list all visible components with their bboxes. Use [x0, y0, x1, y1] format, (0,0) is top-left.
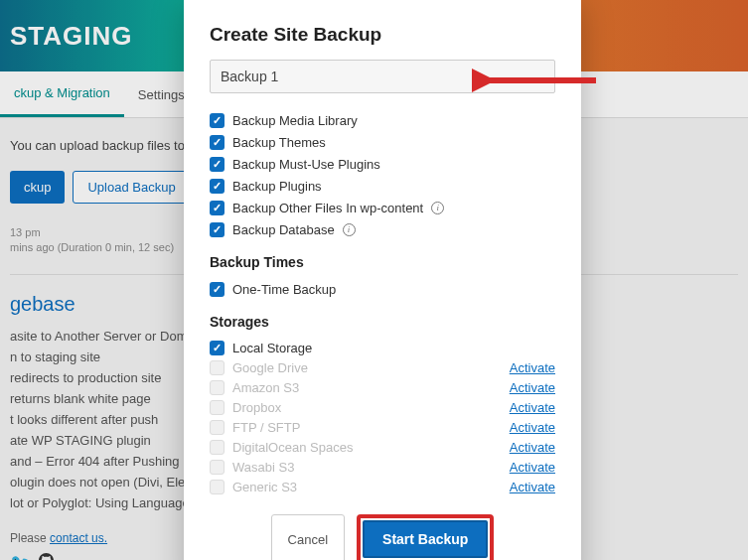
option-label: Backup Other Files In wp-content — [232, 201, 423, 215]
onetime-row[interactable]: One-Time Backup — [210, 278, 555, 300]
checkbox-icon — [210, 480, 224, 494]
checkbox-icon — [210, 440, 224, 455]
activate-link[interactable]: Activate — [510, 440, 555, 455]
storages-heading: Storages — [210, 314, 555, 330]
storage-row: Amazon S3Activate — [210, 377, 555, 397]
backup-options: Backup Media LibraryBackup ThemesBackup … — [210, 109, 555, 240]
option-label: Backup Must-Use Plugins — [232, 157, 380, 172]
option-label: Backup Media Library — [232, 113, 358, 128]
option-label: Backup Themes — [232, 135, 326, 150]
checkbox-icon[interactable] — [210, 179, 224, 194]
storage-label: Generic S3 — [232, 480, 362, 494]
storage-label: Wasabi S3 — [232, 460, 362, 475]
checkbox-icon — [210, 380, 224, 395]
checkbox-icon[interactable] — [210, 282, 224, 297]
storage-row: DropboxActivate — [210, 397, 555, 417]
info-icon[interactable]: i — [343, 223, 356, 236]
checkbox-icon[interactable] — [210, 113, 224, 128]
checkbox-icon — [210, 400, 224, 415]
checkbox-icon — [210, 420, 224, 435]
storage-label: Amazon S3 — [232, 380, 362, 395]
backup-name-input[interactable] — [210, 60, 555, 93]
checkbox-icon[interactable] — [210, 135, 224, 150]
onetime-label: One-Time Backup — [232, 282, 336, 297]
info-icon[interactable]: i — [431, 202, 444, 214]
create-backup-modal: Create Site Backup Backup Media LibraryB… — [184, 0, 581, 560]
backup-option-row[interactable]: Backup Other Files In wp-contenti — [210, 197, 555, 218]
storage-label: FTP / SFTP — [232, 420, 362, 435]
storage-label: Local Storage — [232, 341, 362, 355]
checkbox-icon[interactable] — [210, 222, 224, 237]
storage-label: Google Drive — [232, 360, 362, 375]
modal-footer: Cancel Start Backup — [210, 514, 555, 560]
activate-link[interactable]: Activate — [510, 400, 555, 415]
backup-times-heading: Backup Times — [210, 254, 555, 270]
storage-row: FTP / SFTPActivate — [210, 417, 555, 437]
storage-label: Dropbox — [232, 400, 362, 415]
storage-row: Generic S3Activate — [210, 477, 555, 496]
checkbox-icon[interactable] — [210, 201, 224, 215]
storage-label: DigitalOcean Spaces — [232, 440, 362, 455]
checkbox-icon — [210, 460, 224, 475]
backup-option-row[interactable]: Backup Databasei — [210, 218, 555, 240]
option-label: Backup Plugins — [232, 179, 322, 194]
activate-link[interactable]: Activate — [510, 380, 555, 395]
storage-row: Wasabi S3Activate — [210, 457, 555, 477]
checkbox-icon — [210, 360, 224, 375]
storages-list: Local StorageGoogle DriveActivateAmazon … — [210, 338, 555, 496]
option-label: Backup Database — [232, 222, 335, 237]
activate-link[interactable]: Activate — [510, 460, 555, 475]
checkbox-icon[interactable] — [210, 341, 224, 355]
storage-row[interactable]: Local Storage — [210, 338, 555, 357]
backup-option-row[interactable]: Backup Themes — [210, 131, 555, 153]
storage-row: Google DriveActivate — [210, 357, 555, 377]
checkbox-icon[interactable] — [210, 157, 224, 172]
storage-row: DigitalOcean SpacesActivate — [210, 437, 555, 457]
start-backup-button[interactable]: Start Backup — [363, 520, 488, 558]
backup-option-row[interactable]: Backup Must-Use Plugins — [210, 153, 555, 175]
activate-link[interactable]: Activate — [510, 480, 555, 494]
start-highlight: Start Backup — [357, 514, 494, 560]
activate-link[interactable]: Activate — [510, 420, 555, 435]
activate-link[interactable]: Activate — [510, 360, 555, 375]
backup-option-row[interactable]: Backup Media Library — [210, 109, 555, 131]
modal-title: Create Site Backup — [210, 24, 555, 46]
backup-option-row[interactable]: Backup Plugins — [210, 175, 555, 197]
cancel-button[interactable]: Cancel — [271, 514, 345, 560]
